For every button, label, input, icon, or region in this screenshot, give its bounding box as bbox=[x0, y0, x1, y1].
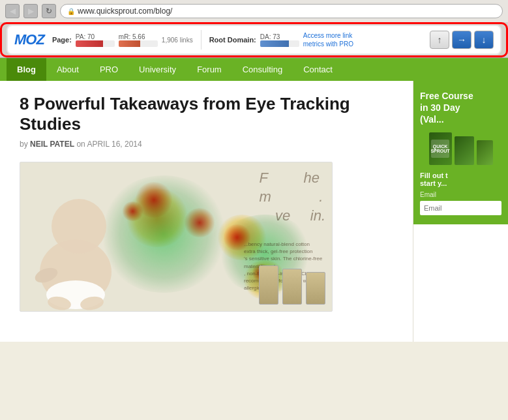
links-text: 1,906 links bbox=[162, 37, 193, 44]
da-metric: DA: 73 bbox=[260, 33, 299, 47]
nav-item-blog[interactable]: Blog bbox=[7, 58, 46, 81]
back-button[interactable]: ◀ bbox=[5, 4, 20, 18]
sidebar: Free Coursein 30 Day(Val... QUICKSPROUT … bbox=[413, 81, 508, 342]
refresh-button[interactable]: ↻ bbox=[42, 4, 56, 18]
mr-metric: mR: 5.66 bbox=[119, 33, 158, 47]
moz-domain-section: Root Domain: DA: 73 Access more link met… bbox=[209, 31, 353, 48]
pa-bar bbox=[76, 40, 115, 47]
moz-up-button[interactable]: ↑ bbox=[430, 31, 449, 49]
baby-silhouette bbox=[20, 181, 138, 311]
nav-item-about[interactable]: About bbox=[46, 58, 89, 81]
browser-toolbar: ◀ ▶ ↻ 🔒 www.quicksprout.com/blog/ bbox=[0, 0, 508, 22]
moz-logo: MOZ bbox=[14, 31, 44, 48]
da-bar bbox=[260, 40, 299, 47]
mr-label: mR: 5.66 bbox=[119, 33, 145, 40]
email-input[interactable] bbox=[420, 201, 501, 215]
page-label: Page: bbox=[52, 36, 72, 44]
sidebar-widget: Free Coursein 30 Day(Val... QUICKSPROUT … bbox=[413, 81, 508, 224]
moz-bar: MOZ Page: PA: 70 mR: 5.66 1,906 links Ro… bbox=[7, 25, 501, 55]
heatmap-image: F he m . ve in. bbox=[20, 162, 333, 312]
nav-item-pro[interactable]: PRO bbox=[89, 58, 128, 81]
access-more-link[interactable]: Access more link metrics with PRO bbox=[303, 31, 353, 48]
nav-item-consulting[interactable]: Consulting bbox=[232, 58, 293, 81]
email-label: Email bbox=[420, 191, 501, 198]
article-area: 8 Powerful Takeaways from Eye Tracking S… bbox=[0, 81, 413, 342]
pa-metric: PA: 70 bbox=[76, 33, 115, 47]
moz-down-button[interactable]: ↓ bbox=[474, 31, 494, 49]
moz-divider bbox=[201, 30, 202, 50]
moz-actions: ↑ → ↓ bbox=[430, 31, 494, 49]
nav-item-forum[interactable]: Forum bbox=[187, 58, 232, 81]
site-header: Blog About PRO University Forum Consulti… bbox=[0, 58, 508, 81]
article-date: APRIL 16, 2014 bbox=[87, 140, 142, 149]
moz-right-button[interactable]: → bbox=[452, 31, 471, 49]
sidebar-form-title: Fill out tstart y... bbox=[420, 172, 501, 187]
article-byline: by NEIL PATEL on APRIL 16, 2014 bbox=[20, 140, 393, 149]
url-text: www.quicksprout.com/blog/ bbox=[78, 7, 172, 16]
main-content: 8 Powerful Takeaways from Eye Tracking S… bbox=[0, 81, 508, 342]
sidebar-widget-title: Free Coursein 30 Day(Val... bbox=[420, 90, 501, 126]
browser-chrome: ◀ ▶ ↻ 🔒 www.quicksprout.com/blog/ MOZ Pa… bbox=[0, 0, 508, 58]
nav-item-contact[interactable]: Contact bbox=[293, 58, 343, 81]
address-bar[interactable]: 🔒 www.quicksprout.com/blog/ bbox=[60, 4, 503, 18]
da-label: DA: 73 bbox=[260, 33, 280, 40]
forward-button[interactable]: ▶ bbox=[23, 4, 38, 18]
product-stacks bbox=[259, 265, 325, 305]
svg-point-1 bbox=[52, 199, 106, 254]
article-title: 8 Powerful Takeaways from Eye Tracking S… bbox=[20, 94, 393, 134]
site-nav: Blog About PRO University Forum Consulti… bbox=[0, 58, 508, 81]
pa-label: PA: 70 bbox=[76, 33, 95, 40]
moz-page-section: Page: PA: 70 mR: 5.66 1,906 links bbox=[52, 33, 193, 47]
root-label: Root Domain: bbox=[209, 36, 256, 44]
mr-bar bbox=[119, 40, 158, 47]
article-author: NEIL PATEL bbox=[30, 140, 74, 149]
lock-icon: 🔒 bbox=[67, 8, 75, 15]
sidebar-books: QUICKSPROUT bbox=[420, 132, 501, 165]
nav-item-university[interactable]: University bbox=[128, 58, 187, 81]
